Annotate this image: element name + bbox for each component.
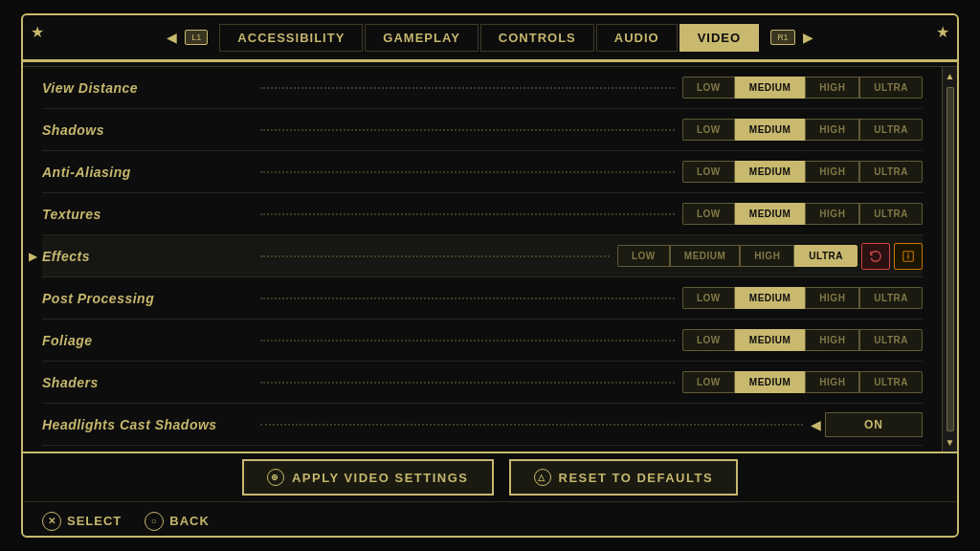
q-btn-high[interactable]: HIGH <box>740 245 794 267</box>
content-area: View DistanceLOWMEDIUMHIGHULTRAShadowsLO… <box>23 67 957 452</box>
q-btn-high[interactable]: HIGH <box>805 203 859 225</box>
q-btn-low[interactable]: LOW <box>682 161 735 183</box>
setting-dots <box>260 87 675 89</box>
tab-video[interactable]: VIDEO <box>679 24 759 52</box>
setting-dots <box>260 340 675 342</box>
scrollbar[interactable]: ▲ ▼ <box>942 67 957 452</box>
q-btn-low[interactable]: LOW <box>682 77 735 99</box>
q-btn-high[interactable]: HIGH <box>805 287 859 309</box>
tab-gameplay[interactable]: GAMEPLAY <box>365 24 478 52</box>
setting-row-headlights-cast-shadows[interactable]: Headlights Cast Shadows◀ON <box>42 404 923 446</box>
reset-icon: △ <box>534 469 551 486</box>
q-btn-high[interactable]: HIGH <box>805 329 859 351</box>
q-btn-low[interactable]: LOW <box>617 245 670 267</box>
setting-label-post-processing: Post Processing <box>42 291 253 306</box>
setting-dots <box>260 213 675 215</box>
quality-buttons-textures: LOWMEDIUMHIGHULTRA <box>682 203 923 225</box>
setting-dots <box>260 298 675 299</box>
q-btn-medium[interactable]: MEDIUM <box>670 245 741 267</box>
toggle-value: ON <box>825 412 923 437</box>
quality-buttons-view-distance: LOWMEDIUMHIGHULTRA <box>682 77 923 99</box>
scroll-up-arrow[interactable]: ▲ <box>946 71 955 81</box>
tab-accessibility[interactable]: ACCESSIBILITY <box>219 24 363 52</box>
lb-arrow-left[interactable]: ◀ <box>163 30 181 45</box>
q-btn-high[interactable]: HIGH <box>805 77 859 99</box>
q-btn-ultra[interactable]: ULTRA <box>859 329 923 351</box>
apply-icon: ⊕ <box>267 469 284 486</box>
settings-list: View DistanceLOWMEDIUMHIGHULTRAShadowsLO… <box>23 67 942 452</box>
info-icon-button[interactable] <box>894 243 923 270</box>
setting-label-shadows: Shadows <box>42 122 253 138</box>
q-btn-medium[interactable]: MEDIUM <box>735 371 806 393</box>
rb-arrow-right[interactable]: ▶ <box>799 30 817 45</box>
setting-dots <box>260 129 675 131</box>
q-btn-medium[interactable]: MEDIUM <box>735 77 806 99</box>
top-nav: ◀ L1 ACCESSIBILITYGAMEPLAYCONTROLSAUDIOV… <box>23 15 957 61</box>
q-btn-medium[interactable]: MEDIUM <box>735 119 806 141</box>
q-btn-medium[interactable]: MEDIUM <box>735 203 806 225</box>
reset-label: RESET TO DEFAULTS <box>559 471 714 485</box>
svg-point-2 <box>907 253 908 253</box>
q-btn-ultra[interactable]: ULTRA <box>859 203 923 225</box>
q-btn-low[interactable]: LOW <box>682 287 735 309</box>
setting-dots <box>260 171 675 173</box>
setting-row-shaders[interactable]: ShadersLOWMEDIUMHIGHULTRA <box>42 362 923 404</box>
undo-icon-button[interactable] <box>861 243 890 270</box>
back-footer-item: ○ BACK <box>145 512 210 531</box>
setting-dots <box>260 424 803 426</box>
q-btn-ultra[interactable]: ULTRA <box>859 119 923 141</box>
select-label: SELECT <box>67 514 122 528</box>
q-btn-low[interactable]: LOW <box>682 329 735 351</box>
setting-row-shadows[interactable]: ShadowsLOWMEDIUMHIGHULTRA <box>42 109 923 151</box>
scroll-thumb[interactable] <box>947 87 954 431</box>
back-label: BACK <box>169 514 210 528</box>
setting-row-anti-aliasing[interactable]: Anti-AliasingLOWMEDIUMHIGHULTRA <box>42 151 923 193</box>
select-icon: ✕ <box>42 512 61 531</box>
quality-buttons-effects: LOWMEDIUMHIGHULTRA <box>617 245 858 267</box>
quality-buttons-shaders: LOWMEDIUMHIGHULTRA <box>682 371 923 393</box>
apply-button[interactable]: ⊕ APPLY VIDEO SETTINGS <box>242 459 494 496</box>
q-btn-medium[interactable]: MEDIUM <box>735 287 806 309</box>
q-btn-ultra[interactable]: ULTRA <box>859 161 923 183</box>
select-footer-item: ✕ SELECT <box>42 512 122 531</box>
toggle-left-arrow[interactable]: ◀ <box>811 417 821 432</box>
tab-audio[interactable]: AUDIO <box>596 24 678 52</box>
setting-label-headlights-cast-shadows: Headlights Cast Shadows <box>42 417 253 432</box>
q-btn-ultra[interactable]: ULTRA <box>794 245 858 267</box>
footer: ✕ SELECT ○ BACK <box>23 501 957 540</box>
setting-row-foliage[interactable]: FoliageLOWMEDIUMHIGHULTRA <box>42 320 923 362</box>
lb-button[interactable]: L1 <box>185 30 208 45</box>
q-btn-ultra[interactable]: ULTRA <box>859 77 923 99</box>
setting-row-view-distance[interactable]: View DistanceLOWMEDIUMHIGHULTRA <box>42 67 923 109</box>
toggle-control[interactable]: ◀ON <box>811 412 923 437</box>
setting-row-post-processing[interactable]: Post ProcessingLOWMEDIUMHIGHULTRA <box>42 277 923 320</box>
quality-buttons-anti-aliasing: LOWMEDIUMHIGHULTRA <box>682 161 923 183</box>
setting-dots <box>260 255 610 257</box>
setting-row-effects[interactable]: ▶EffectsLOWMEDIUMHIGHULTRA <box>42 235 923 277</box>
back-icon: ○ <box>145 512 164 531</box>
q-btn-medium[interactable]: MEDIUM <box>735 161 806 183</box>
q-btn-high[interactable]: HIGH <box>805 371 859 393</box>
q-btn-low[interactable]: LOW <box>682 371 735 393</box>
q-btn-ultra[interactable]: ULTRA <box>859 287 923 309</box>
quality-buttons-shadows: LOWMEDIUMHIGHULTRA <box>682 119 923 141</box>
setting-dots <box>260 382 675 384</box>
q-btn-medium[interactable]: MEDIUM <box>735 329 806 351</box>
q-btn-ultra[interactable]: ULTRA <box>859 371 923 393</box>
apply-label: APPLY VIDEO SETTINGS <box>292 471 469 485</box>
quality-buttons-post-processing: LOWMEDIUMHIGHULTRA <box>682 287 923 309</box>
setting-label-anti-aliasing: Anti-Aliasing <box>42 165 253 180</box>
setting-row-textures[interactable]: TexturesLOWMEDIUMHIGHULTRA <box>42 193 923 235</box>
reset-button[interactable]: △ RESET TO DEFAULTS <box>509 459 739 496</box>
tab-controls[interactable]: CONTROLS <box>480 24 594 52</box>
q-btn-low[interactable]: LOW <box>682 119 735 141</box>
setting-label-view-distance: View Distance <box>42 80 253 96</box>
q-btn-high[interactable]: HIGH <box>805 161 859 183</box>
rb-button[interactable]: R1 <box>770 30 795 45</box>
scroll-down-arrow[interactable]: ▼ <box>946 437 955 448</box>
q-btn-high[interactable]: HIGH <box>805 119 859 141</box>
q-btn-low[interactable]: LOW <box>682 203 735 225</box>
bottom-bar: ⊕ APPLY VIDEO SETTINGS △ RESET TO DEFAUL… <box>23 452 957 501</box>
setting-label-textures: Textures <box>42 207 253 222</box>
setting-label-shaders: Shaders <box>42 375 253 390</box>
